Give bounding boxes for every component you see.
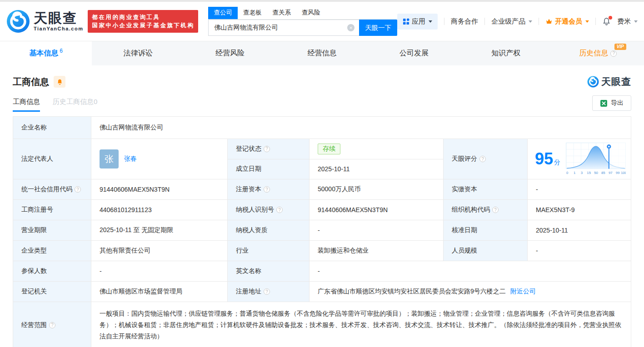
- tab-history-info[interactable]: VIP 历史信息: [552, 41, 644, 65]
- tab-operation-info[interactable]: 经营信息: [276, 41, 368, 65]
- search-tabs: 查公司 查老板 查关系 查风险: [208, 7, 397, 20]
- divider: [444, 18, 444, 25]
- export-button[interactable]: 导出: [592, 95, 631, 111]
- field-label: 法定代表人: [13, 139, 91, 179]
- english-name-value: -: [310, 261, 631, 281]
- help-icon[interactable]: [264, 186, 270, 193]
- table-row: 统一社会信用代码 91440606MAEX5N3T9N 注册资本 50000万人…: [13, 179, 631, 200]
- reg-capital-value: 50000万人民币: [310, 179, 444, 199]
- apps-grid-icon: [403, 18, 409, 25]
- business-info-table: 企业名称 佛山吉网物流有限公司 法定代表人 张 张春 登记状态: [13, 116, 631, 347]
- company-type-value: 其他有限责任公司: [91, 241, 228, 261]
- logo-brand: 天眼查: [34, 11, 83, 25]
- help-icon[interactable]: [75, 186, 81, 193]
- nav-enterprise-product[interactable]: 企业级产品: [491, 17, 532, 26]
- subscribe-bell-button[interactable]: [54, 76, 65, 88]
- slogan-line-2: 国家中小企业发展子基金旗下机构: [92, 21, 194, 30]
- logo-domain: TianYanCha.com: [34, 26, 83, 31]
- chevron-down-icon: [585, 20, 589, 23]
- reg-address-value: 广东省佛山市顺德区均安镇均安社区居民委员会宏安路9号六楼之二 附近公司: [310, 282, 631, 302]
- notifications-button[interactable]: [602, 17, 611, 26]
- search-tab-boss[interactable]: 查老板: [238, 7, 267, 19]
- username: 费米: [617, 17, 631, 26]
- tab-operation-risk[interactable]: 经营风险: [184, 41, 276, 65]
- insured-count-value: -: [91, 261, 228, 281]
- svg-text:97: 97: [609, 171, 613, 175]
- bell-icon: [602, 17, 611, 26]
- tab-intellectual-property[interactable]: 知识产权: [460, 41, 552, 65]
- legal-rep-cell: 张 张春: [91, 139, 228, 179]
- field-label: 天眼评分: [444, 139, 528, 179]
- staff-size-value: -: [528, 241, 631, 261]
- subtab-business-info[interactable]: 工商信息: [13, 98, 40, 112]
- help-icon[interactable]: [492, 207, 499, 213]
- score-distribution-chart: 0 1 3 15 50 85 97 99 100: [566, 143, 626, 175]
- table-row: 企业名称 佛山吉网物流有限公司: [13, 117, 631, 139]
- search-input[interactable]: [208, 20, 359, 36]
- paid-capital-value: -: [528, 179, 631, 199]
- open-vip-button[interactable]: 开通会员: [545, 17, 589, 26]
- field-label: 企业名称: [13, 117, 91, 139]
- user-menu[interactable]: 费米: [617, 17, 638, 26]
- search-module: 查公司 查老板 查关系 查风险 天眼一下: [208, 7, 397, 36]
- field-label: 实缴资本: [444, 179, 528, 199]
- field-label: 工商注册号: [13, 200, 91, 220]
- tab-company-development[interactable]: 公司发展: [368, 41, 460, 65]
- table-row: 企业类型 其他有限责任公司 行业 装卸搬运和仓储业 人员规模 -: [13, 241, 631, 261]
- svg-text:100: 100: [621, 171, 626, 175]
- svg-text:99: 99: [616, 171, 620, 175]
- nearby-companies-link[interactable]: 附近公司: [510, 288, 536, 296]
- field-label: 参保人数: [13, 261, 91, 281]
- tianyancha-logo-icon: [587, 76, 599, 88]
- divider: [595, 18, 596, 25]
- clear-search-icon[interactable]: [347, 24, 354, 31]
- search-tab-company[interactable]: 查公司: [208, 7, 238, 19]
- help-icon[interactable]: [610, 50, 617, 57]
- crown-icon: [545, 18, 553, 25]
- field-label: 纳税人识别号: [228, 200, 310, 220]
- business-scope-value: 一般项目：国内货物运输代理；供应链管理服务；普通货物仓储服务（不含危险化学品等需…: [91, 302, 631, 347]
- score-value: 95: [535, 151, 553, 167]
- field-label: 成立日期: [228, 159, 310, 179]
- apps-menu[interactable]: 应用: [397, 14, 438, 30]
- top-nav: 应用 商务合作 企业级产品 开通会员: [397, 14, 638, 30]
- tab-basic-info[interactable]: 基本信息 6: [0, 41, 92, 65]
- establish-date-value: 2025-10-11: [310, 159, 443, 179]
- help-icon[interactable]: [276, 207, 283, 213]
- status-date-stack: 登记状态 存续 成立日期 2025-10-11: [228, 139, 444, 179]
- field-label: 纳税人资质: [228, 220, 310, 240]
- field-label: 行业: [228, 241, 310, 261]
- field-label: 登记机关: [13, 282, 91, 302]
- tianyancha-logo[interactable]: 天眼查 TianYanCha.com: [6, 10, 83, 33]
- score-unit: 分: [554, 159, 560, 167]
- chevron-down-icon: [529, 20, 532, 23]
- field-label: 组织机构代码: [444, 200, 528, 220]
- help-icon[interactable]: [49, 322, 55, 328]
- vip-badge: VIP: [614, 44, 626, 50]
- table-row: 法定代表人 张 张春 登记状态 存续: [13, 139, 631, 179]
- company-name-value: 佛山吉网物流有限公司: [91, 117, 631, 139]
- search-tab-relation[interactable]: 查关系: [267, 7, 296, 19]
- help-icon[interactable]: [479, 156, 486, 162]
- table-row: 参保人数 - 英文名称 -: [13, 261, 631, 282]
- search-tab-risk[interactable]: 查风险: [296, 7, 326, 19]
- divider: [539, 18, 539, 25]
- avatar[interactable]: 张: [100, 149, 119, 169]
- subtab-history-business-info[interactable]: 历史工商信息0: [53, 98, 97, 112]
- field-label: 注册地址: [228, 282, 310, 302]
- bell-icon: [56, 79, 63, 85]
- help-icon[interactable]: [264, 146, 270, 152]
- table-row: 工商注册号 440681012911123 纳税人识别号 91440606MAE…: [13, 200, 631, 220]
- field-label: 统一社会信用代码: [13, 179, 91, 199]
- svg-text:1: 1: [574, 171, 575, 175]
- taxpayer-id-value: 91440606MAEX5N3T9N: [310, 200, 444, 220]
- reg-authority-value: 佛山市顺德区市场监督管理局: [91, 282, 228, 302]
- business-term-value: 2025-10-11 至 无固定期限: [91, 220, 228, 240]
- nav-business-cooperation[interactable]: 商务合作: [451, 17, 478, 26]
- help-icon[interactable]: [264, 288, 270, 295]
- legal-rep-link[interactable]: 张春: [124, 155, 137, 163]
- tab-legal-proceedings[interactable]: 法律诉讼: [92, 41, 184, 65]
- search-button[interactable]: 天眼一下: [359, 20, 397, 36]
- table-row: 营业期限 2025-10-11 至 无固定期限 纳税人资质 - 核准日期 202…: [13, 220, 631, 241]
- field-label: 注册资本: [228, 179, 310, 199]
